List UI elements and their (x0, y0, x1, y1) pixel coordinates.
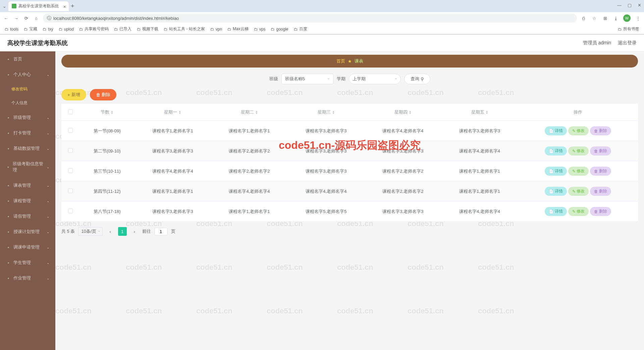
sidebar-item[interactable]: ▪班级考勤信息管理⌄ (0, 156, 55, 178)
reload-icon[interactable]: ⟳ (23, 15, 30, 21)
chevron-down-icon: ⌄ (47, 165, 49, 169)
row-delete-button[interactable]: 🗑删除 (590, 146, 611, 156)
edit-button[interactable]: ✎修改 (568, 207, 589, 216)
bookmark-item[interactable]: 🗀vps (252, 26, 268, 32)
sidebar-sub-item[interactable]: 修改密码 (0, 82, 55, 96)
page-1-button[interactable]: 1 (118, 227, 127, 236)
all-bookmarks[interactable]: 🗀 所有书签 (616, 26, 641, 33)
row-checkbox[interactable] (68, 128, 73, 133)
sidebar-item[interactable]: ▪基础数据管理⌄ (0, 141, 55, 156)
row-checkbox[interactable] (68, 168, 73, 173)
detail-button[interactable]: 📄详情 (545, 126, 567, 135)
download-icon[interactable]: ⭳ (612, 15, 619, 21)
home-icon[interactable]: ⌂ (33, 15, 40, 21)
folder-icon: 🗀 (24, 27, 28, 32)
bookmark-item[interactable]: 🗀Max云梯 (225, 26, 251, 33)
sidebar-item[interactable]: ▪班级管理⌄ (0, 110, 55, 125)
sidebar-item[interactable]: ▪首页 (0, 51, 55, 67)
page-size-select[interactable]: 10条/页 (78, 227, 102, 236)
edit-button[interactable]: ✎修改 (568, 146, 589, 156)
row-delete-button[interactable]: 🗑删除 (590, 187, 611, 196)
minimize-icon[interactable]: — (617, 3, 622, 8)
maximize-icon[interactable]: ▢ (628, 3, 632, 8)
sidebar-item[interactable]: ▪学生管理⌄ (0, 255, 55, 270)
table-header[interactable]: 星期五▲▼ (441, 104, 518, 121)
goto-input[interactable] (154, 228, 168, 235)
sidebar-item[interactable]: ▪请假管理⌄ (0, 209, 55, 224)
sidebar-item[interactable]: ▪打卡管理⌄ (0, 125, 55, 141)
header-right: 管理员 admin 退出登录 (583, 40, 637, 46)
sidebar-item[interactable]: ▪授课计划管理⌄ (0, 224, 55, 239)
row-delete-button[interactable]: 🗑删除 (590, 207, 611, 216)
back-icon[interactable]: ← (3, 15, 9, 21)
detail-button[interactable]: 📄详情 (545, 146, 567, 156)
bookmark-item[interactable]: 🗀宝藏 (22, 26, 39, 33)
table-header[interactable]: 星期一▲▼ (134, 104, 211, 121)
add-button[interactable]: +新增 (61, 89, 86, 100)
bookmark-item[interactable]: 🗀tools (3, 26, 20, 32)
sidebar-sub-item[interactable]: 个人信息 (0, 96, 55, 110)
bookmark-item[interactable]: 🗀共享账号密码 (77, 26, 111, 33)
table-header[interactable]: 操作 (518, 104, 638, 121)
sidebar-item-label: 课程管理 (13, 198, 31, 204)
row-delete-button[interactable]: 🗑删除 (590, 167, 611, 176)
tabs-dropdown-icon[interactable]: ⌄ (3, 4, 6, 9)
prev-page-button[interactable]: ‹ (106, 227, 115, 236)
bookmark-item[interactable]: 🗀uplod (57, 26, 76, 32)
class-select[interactable]: 班级名称5 (281, 74, 333, 84)
tab-close-icon[interactable]: × (63, 4, 66, 9)
edit-button[interactable]: ✎修改 (568, 187, 589, 196)
sort-icon[interactable]: ▲▼ (255, 111, 258, 115)
row-checkbox[interactable] (68, 148, 73, 153)
close-icon[interactable]: ✕ (638, 3, 641, 8)
detail-button[interactable]: 📄详情 (545, 187, 567, 196)
table-header[interactable]: 星期三▲▼ (288, 104, 365, 121)
sidebar-item[interactable]: ▪作业管理⌄ (0, 270, 55, 286)
edit-button[interactable]: ✎修改 (568, 126, 589, 135)
sidebar-item[interactable]: ▪课程管理⌄ (0, 193, 55, 209)
query-button[interactable]: 查询 ⚲ (404, 74, 430, 84)
bookmark-item[interactable]: 🗀txy (41, 26, 55, 32)
next-page-button[interactable]: › (130, 227, 139, 236)
sort-icon[interactable]: ▲▼ (332, 111, 335, 115)
breadcrumb-home[interactable]: 首页 (336, 58, 345, 64)
detail-button[interactable]: 📄详情 (545, 167, 567, 176)
term-select[interactable]: 上学期 (349, 74, 401, 84)
delete-button[interactable]: 🗑删除 (90, 89, 116, 100)
profile-avatar[interactable]: W (623, 14, 631, 22)
sort-icon[interactable]: ▲▼ (486, 111, 488, 115)
menu-icon[interactable]: ⋮ (635, 15, 641, 21)
logout-link[interactable]: 退出登录 (618, 40, 637, 46)
bookmark-item[interactable]: 🗀vpn (208, 26, 224, 32)
install-icon[interactable]: ⎙ (580, 15, 587, 21)
detail-button[interactable]: 📄详情 (545, 207, 567, 216)
edit-button[interactable]: ✎修改 (568, 167, 589, 176)
table-header[interactable]: 星期四▲▼ (365, 104, 441, 121)
sidebar-item[interactable]: ▪课表管理⌄ (0, 178, 55, 193)
bookmark-item[interactable]: 🗀视频下载 (135, 26, 160, 33)
table-header[interactable]: 节数▲▼ (80, 104, 135, 121)
row-checkbox[interactable] (68, 209, 73, 213)
bookmark-item[interactable]: 🗀站长工具 - 站长之家 (162, 26, 207, 33)
bookmark-item[interactable]: 🗀已导入 (112, 26, 133, 33)
sidebar-item[interactable]: ▪个人中心⌄ (0, 67, 55, 82)
forward-icon[interactable]: → (13, 15, 19, 21)
sort-icon[interactable]: ▲▼ (111, 111, 113, 115)
site-info-icon[interactable]: ⓘ (47, 15, 51, 21)
bookmark-item[interactable]: 🗀百度 (292, 26, 309, 33)
sort-icon[interactable]: ▲▼ (178, 111, 181, 115)
row-checkbox[interactable] (68, 188, 73, 193)
row-delete-button[interactable]: 🗑删除 (590, 126, 611, 135)
chevron-down-icon: ⌄ (47, 261, 49, 265)
bookmark-star-icon[interactable]: ☆ (591, 15, 598, 21)
bookmark-item[interactable]: 🗀google (269, 26, 290, 32)
sort-icon[interactable]: ▲▼ (409, 111, 412, 115)
address-bar[interactable]: ⓘ localhost:8080/ketangkaoqinxitong/admi… (43, 14, 577, 23)
select-all-checkbox[interactable] (68, 110, 73, 114)
new-tab-icon[interactable]: + (71, 3, 74, 10)
table-header[interactable]: 星期二▲▼ (211, 104, 288, 121)
user-label[interactable]: 管理员 admin (583, 40, 611, 46)
extensions-icon[interactable]: ⊞ (602, 15, 608, 21)
browser-tab[interactable]: 高校学生课堂考勤系统 × (8, 1, 69, 11)
sidebar-item[interactable]: ▪调课申请管理⌄ (0, 239, 55, 255)
